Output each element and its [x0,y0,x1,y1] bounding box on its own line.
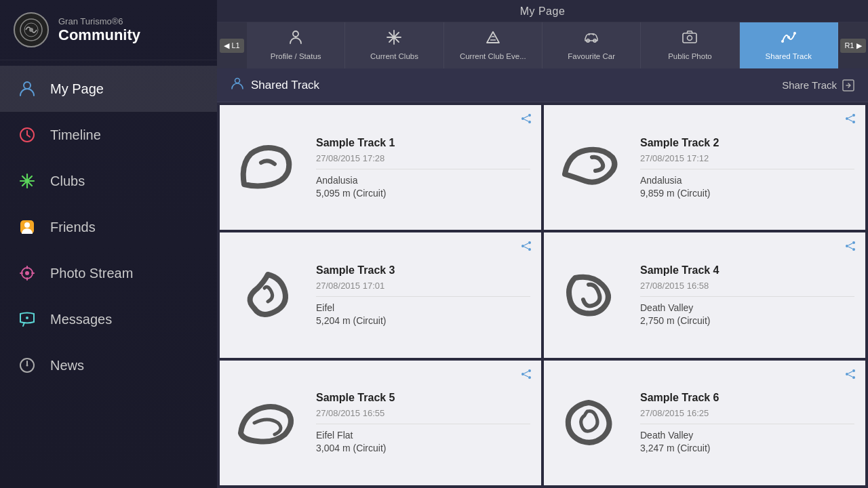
photo-stream-icon [16,262,38,284]
tab-favourite-car[interactable]: Favourite Car [542,22,641,68]
track-share-icon-2[interactable] [845,113,856,127]
track-distance-4: 2,750 m (Circuit) [640,315,854,326]
sidebar-item-timeline[interactable]: Timeline [0,112,217,158]
tab-shared-track[interactable]: Shared Track [740,22,838,68]
share-track-button[interactable]: Share Track [782,79,854,92]
sidebar-item-timeline-label: Timeline [50,127,101,143]
sidebar: Gran Turismo®6 Community My Page Time [0,0,217,488]
sidebar-item-friends[interactable]: Friends [0,204,217,250]
sidebar-item-messages[interactable]: Messages [0,296,217,342]
svg-point-30 [846,117,848,120]
tab-club-events[interactable]: Current Club Eve... [444,22,542,68]
person-icon [16,78,38,100]
track-location-5: Eifel Flat [316,430,530,441]
svg-line-27 [524,116,528,118]
svg-line-38 [524,247,528,249]
track-location-3: Eifel [316,302,530,313]
sidebar-item-photo-stream[interactable]: Photo Stream [0,250,217,296]
svg-point-35 [521,245,524,247]
tab-current-clubs[interactable]: Current Clubs [345,22,443,68]
svg-line-53 [848,375,852,377]
section-title-text: Shared Track [251,79,319,92]
track-card-6[interactable]: Sample Track 6 27/08/2015 16:25 Death Va… [544,361,865,485]
l1-badge: ◀ L1 [220,39,243,53]
svg-line-47 [524,371,528,373]
sidebar-nav: My Page Timeline Clubs [0,60,217,488]
sidebar-item-messages-label: Messages [50,312,112,327]
track-thumbnail-6 [555,392,629,453]
track-grid: Sample Track 1 27/08/2015 17:28 Andalusi… [217,102,868,488]
tab-public-photo[interactable]: Public Photo [641,22,739,68]
track-share-icon-1[interactable] [521,113,532,127]
svg-point-8 [25,271,29,275]
tab-public-photo-label: Public Photo [668,52,712,62]
sidebar-item-my-page-label: My Page [50,81,104,97]
track-share-icon-3[interactable] [521,241,532,254]
track-name-2: Sample Track 2 [640,137,854,149]
svg-point-34 [528,241,531,244]
svg-point-25 [521,117,524,120]
favourite-car-icon [583,29,599,49]
track-location-4: Death Valley [640,302,854,313]
track-card-2[interactable]: Sample Track 2 27/08/2015 17:12 Andalusi… [544,105,865,230]
track-info-3: Sample Track 3 27/08/2015 17:01 Eifel 5,… [316,264,530,326]
svg-point-13 [293,31,298,37]
sidebar-item-clubs-label: Clubs [50,174,85,189]
track-card-1[interactable]: Sample Track 1 27/08/2015 17:28 Andalusi… [220,105,541,230]
tab-profile-label: Profile / Status [271,52,321,62]
track-distance-5: 3,004 m (Circuit) [316,443,530,453]
track-info-4: Sample Track 4 27/08/2015 16:58 Death Va… [640,264,854,326]
svg-line-28 [524,119,528,121]
tab-prev-button[interactable]: ◀ L1 [217,22,247,68]
track-card-4[interactable]: Sample Track 4 27/08/2015 16:58 Death Va… [544,232,865,357]
public-photo-icon [682,29,698,49]
sidebar-item-my-page[interactable]: My Page [0,66,217,112]
svg-line-43 [848,247,852,249]
tab-next-button[interactable]: R1 ▶ [838,22,868,68]
share-icon [842,79,854,92]
share-track-label: Share Track [782,79,837,91]
svg-line-52 [848,371,852,373]
track-card-3[interactable]: Sample Track 3 27/08/2015 17:01 Eifel 5,… [220,232,541,357]
track-location-1: Andalusia [316,175,530,186]
track-thumbnail-3 [231,264,305,325]
r1-badge: R1 ▶ [840,39,865,53]
sidebar-item-news[interactable]: News [0,342,217,388]
svg-point-44 [528,369,531,372]
gt-logo [14,12,49,47]
sidebar-item-news-label: News [50,358,84,373]
track-share-icon-4[interactable] [845,241,856,254]
sidebar-item-photo-stream-label: Photo Stream [50,266,133,281]
svg-line-37 [524,243,528,245]
svg-point-19 [781,40,784,43]
svg-point-49 [852,369,855,372]
svg-point-40 [846,245,848,247]
svg-point-51 [852,376,855,379]
svg-line-48 [524,375,528,377]
track-date-3: 27/08/2015 17:01 [316,281,530,297]
section-title: Shared Track [231,77,319,94]
svg-point-6 [24,222,30,228]
sidebar-item-clubs[interactable]: Clubs [0,158,217,204]
svg-line-42 [848,243,852,245]
brand-name: Community [58,26,140,44]
messages-icon [16,308,38,330]
svg-point-20 [793,32,796,35]
svg-point-3 [24,82,31,89]
sidebar-item-friends-label: Friends [50,220,96,235]
track-share-icon-6[interactable] [845,369,856,382]
main-content: My Page ◀ L1 Profile / Status Current Cl… [217,0,868,488]
track-share-icon-5[interactable] [521,369,532,382]
track-date-6: 27/08/2015 16:25 [640,408,854,424]
track-card-5[interactable]: Sample Track 5 27/08/2015 16:55 Eifel Fl… [220,361,541,485]
track-info-1: Sample Track 1 27/08/2015 17:28 Andalusi… [316,137,530,199]
timeline-icon [16,124,38,146]
news-icon [16,354,38,376]
club-events-icon [485,29,501,49]
tab-profile[interactable]: Profile / Status [247,22,345,68]
track-name-3: Sample Track 3 [316,264,530,277]
svg-point-31 [852,121,855,123]
svg-point-21 [787,36,790,39]
current-clubs-icon [386,29,402,49]
brand-title: Gran Turismo®6 [58,16,140,26]
